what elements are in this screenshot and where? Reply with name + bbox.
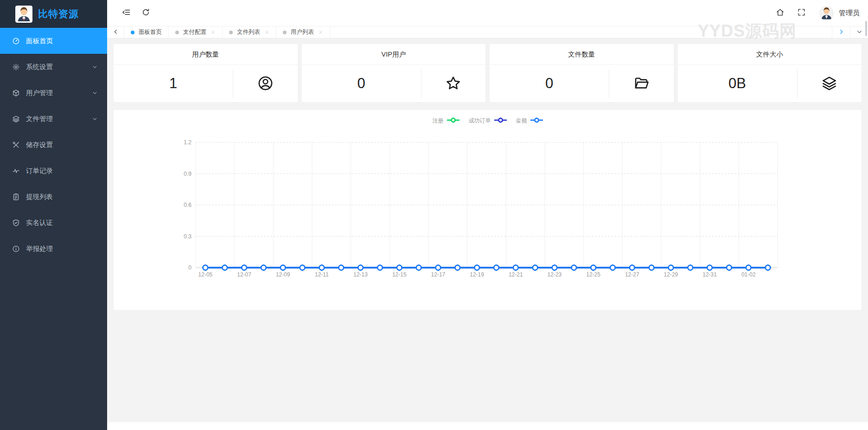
collapse-sidebar-button[interactable] xyxy=(116,3,136,23)
svg-text:12-19: 12-19 xyxy=(470,271,484,278)
svg-text:12-29: 12-29 xyxy=(664,271,678,278)
legend-item-2[interactable]: 金额 xyxy=(516,117,543,125)
svg-text:12-31: 12-31 xyxy=(702,271,717,278)
tab-3[interactable]: 用户列表 xyxy=(276,26,330,38)
dashboard-icon xyxy=(12,37,20,45)
tabs-scroll-left-button[interactable] xyxy=(107,26,124,38)
sidebar-item-label: 举报处理 xyxy=(26,244,53,253)
sidebar-item-label: 文件管理 xyxy=(26,115,53,123)
tab-status-dot xyxy=(229,31,233,34)
expand-icon xyxy=(797,8,806,19)
traffic-chart-card: 注册成功订单金额 00.30.60.91.212-0512-0712-0912-… xyxy=(114,110,862,310)
tab-bar: 面板首页支付配置文件列表用户列表 xyxy=(107,26,868,39)
tab-label: 面板首页 xyxy=(139,28,162,36)
svg-text:12-07: 12-07 xyxy=(237,271,251,278)
close-icon[interactable] xyxy=(211,30,216,35)
tab-status-dot xyxy=(131,31,134,34)
tab-status-dot xyxy=(175,31,179,34)
stat-card-value: 0 xyxy=(302,75,421,92)
svg-text:12-05: 12-05 xyxy=(198,271,213,278)
tab-status-dot xyxy=(283,31,287,34)
user-menu[interactable]: 管理员 xyxy=(819,6,860,20)
refresh-button[interactable] xyxy=(136,3,155,23)
sidebar: 比特资源 面板首页系统设置用户管理文件管理储存设置订单记录提现列表实名认证举报处… xyxy=(0,0,107,430)
sidebar-menu: 面板首页系统设置用户管理文件管理储存设置订单记录提现列表实名认证举报处理 xyxy=(0,28,107,262)
svg-text:12-11: 12-11 xyxy=(315,271,329,278)
sidebar-item-8[interactable]: 举报处理 xyxy=(0,236,107,262)
legend-marker xyxy=(447,117,460,124)
tabs-scroll-right-button[interactable] xyxy=(832,26,850,38)
stat-card-0: 用户数量1 xyxy=(114,44,298,102)
chevron-down-icon xyxy=(92,64,98,70)
legend-marker xyxy=(530,117,543,124)
stat-card-value: 0 xyxy=(490,75,609,92)
legend-label: 金额 xyxy=(516,117,527,125)
stat-card-body: 0B xyxy=(678,65,862,102)
svg-text:12-09: 12-09 xyxy=(276,271,290,278)
chevron-down-icon xyxy=(92,90,98,96)
svg-text:01-02: 01-02 xyxy=(741,271,756,278)
tab-controls xyxy=(832,26,868,38)
svg-text:0.3: 0.3 xyxy=(184,233,191,240)
logo-avatar xyxy=(15,6,32,23)
sidebar-item-3[interactable]: 文件管理 xyxy=(0,106,107,132)
sidebar-item-2[interactable]: 用户管理 xyxy=(0,80,107,106)
sidebar-item-label: 实名认证 xyxy=(26,218,53,227)
header-right: 管理员 xyxy=(769,3,860,23)
close-icon[interactable] xyxy=(318,30,323,35)
bottom-scroll-strip[interactable] xyxy=(107,422,868,430)
line-chart: 00.30.60.91.212-0512-0712-0912-1112-1312… xyxy=(114,126,862,310)
svg-text:12-17: 12-17 xyxy=(431,271,446,278)
user-avatar xyxy=(819,6,834,20)
app-title: 比特资源 xyxy=(38,7,79,20)
legend-item-0[interactable]: 注册 xyxy=(433,117,460,125)
stats-row: 用户数量1VIP用户0文件数量0文件大小0B xyxy=(114,44,862,102)
refresh-icon xyxy=(141,8,150,19)
sidebar-item-0[interactable]: 面板首页 xyxy=(0,28,107,54)
sidebar-item-7[interactable]: 实名认证 xyxy=(0,210,107,236)
close-icon[interactable] xyxy=(264,30,269,35)
svg-text:12-27: 12-27 xyxy=(625,271,639,278)
sidebar-item-4[interactable]: 储存设置 xyxy=(0,132,107,158)
stat-card-3: 文件大小0B xyxy=(678,44,862,102)
svg-text:12-21: 12-21 xyxy=(509,271,523,278)
stat-card-body: 1 xyxy=(114,65,298,102)
user-circle-icon xyxy=(233,75,297,91)
clipboard-icon xyxy=(12,193,20,201)
pulse-icon xyxy=(12,167,20,175)
stat-card-title: 文件大小 xyxy=(678,44,862,65)
open-tabs: 面板首页支付配置文件列表用户列表 xyxy=(124,26,330,38)
sidebar-item-label: 订单记录 xyxy=(26,167,53,175)
stat-card-body: 0 xyxy=(302,65,486,102)
logo-bar: 比特资源 xyxy=(0,0,107,28)
admin-dashboard-page: 比特资源 面板首页系统设置用户管理文件管理储存设置订单记录提现列表实名认证举报处… xyxy=(0,0,868,430)
svg-text:12-15: 12-15 xyxy=(392,271,407,278)
svg-text:12-13: 12-13 xyxy=(353,271,368,278)
content-area: 用户数量1VIP用户0文件数量0文件大小0B 注册成功订单金额 00.30.60… xyxy=(107,39,868,422)
sidebar-item-5[interactable]: 订单记录 xyxy=(0,158,107,184)
svg-text:12-23: 12-23 xyxy=(548,271,562,278)
tools-icon xyxy=(12,141,20,149)
tab-label: 支付配置 xyxy=(183,28,206,36)
info-circle-icon xyxy=(12,245,20,253)
fullscreen-button[interactable] xyxy=(791,3,812,23)
main-area: 管理员 面板首页支付配置文件列表用户列表 用户数量1VIP用户0文件数量0文件大… xyxy=(107,0,868,430)
legend-item-1[interactable]: 成功订单 xyxy=(469,117,507,125)
tab-2[interactable]: 文件列表 xyxy=(223,26,276,38)
collapse-icon xyxy=(122,8,131,19)
gear-icon xyxy=(12,63,20,71)
sidebar-item-1[interactable]: 系统设置 xyxy=(0,54,107,80)
legend-label: 成功订单 xyxy=(469,117,491,125)
tab-1[interactable]: 支付配置 xyxy=(169,26,223,38)
tab-0[interactable]: 面板首页 xyxy=(124,26,169,38)
svg-text:0.9: 0.9 xyxy=(184,171,191,177)
sidebar-item-label: 储存设置 xyxy=(26,141,53,149)
page-scrollbar-thumb[interactable] xyxy=(865,21,867,36)
sidebar-item-label: 提现列表 xyxy=(26,193,53,201)
sidebar-item-6[interactable]: 提现列表 xyxy=(0,184,107,210)
chevron-left-icon xyxy=(113,28,119,37)
home-button[interactable] xyxy=(769,3,791,23)
chevron-down-icon xyxy=(92,116,98,122)
chevron-down-icon xyxy=(856,28,862,37)
stat-card-2: 文件数量0 xyxy=(490,44,674,102)
